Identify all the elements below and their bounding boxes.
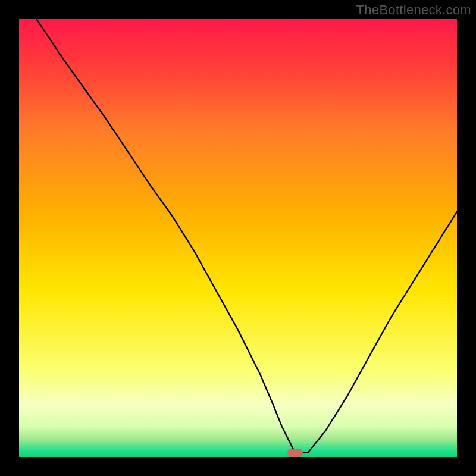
plot-area [19,19,457,457]
chart-frame: TheBottleneck.com [0,0,476,476]
watermark-text: TheBottleneck.com [356,2,471,18]
bottleneck-curve [19,19,457,457]
minimum-marker [287,449,303,457]
